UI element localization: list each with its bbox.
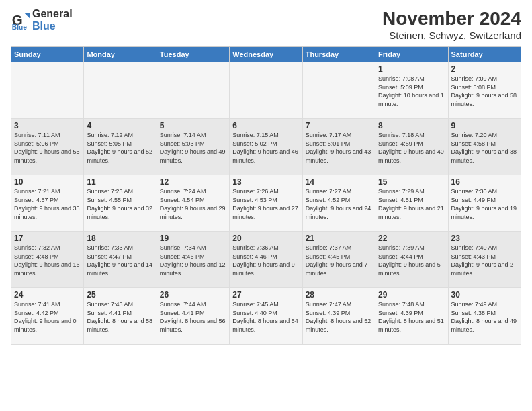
calendar-cell: 12Sunrise: 7:24 AM Sunset: 4:54 PM Dayli… xyxy=(157,175,229,232)
calendar-week-row: 10Sunrise: 7:21 AM Sunset: 4:57 PM Dayli… xyxy=(11,175,521,232)
calendar-week-row: 17Sunrise: 7:32 AM Sunset: 4:48 PM Dayli… xyxy=(11,232,521,288)
day-number: 24 xyxy=(14,290,81,300)
day-info: Sunrise: 7:45 AM Sunset: 4:40 PM Dayligh… xyxy=(232,300,299,334)
calendar-cell: 14Sunrise: 7:27 AM Sunset: 4:52 PM Dayli… xyxy=(302,175,375,232)
day-number: 20 xyxy=(232,234,299,243)
logo-general: General xyxy=(32,8,73,20)
day-number: 5 xyxy=(160,121,226,130)
calendar-cell: 24Sunrise: 7:41 AM Sunset: 4:42 PM Dayli… xyxy=(11,288,84,345)
day-number: 12 xyxy=(160,177,226,187)
day-number: 22 xyxy=(378,234,445,243)
calendar-cell: 2Sunrise: 7:09 AM Sunset: 5:08 PM Daylig… xyxy=(448,62,521,119)
calendar-cell: 18Sunrise: 7:33 AM Sunset: 4:47 PM Dayli… xyxy=(84,232,157,288)
day-number: 4 xyxy=(87,121,153,130)
subtitle: Steinen, Schwyz, Switzerland xyxy=(382,30,521,41)
calendar-week-row: 3Sunrise: 7:11 AM Sunset: 5:06 PM Daylig… xyxy=(11,119,521,175)
day-info: Sunrise: 7:08 AM Sunset: 5:09 PM Dayligh… xyxy=(378,75,445,108)
day-info: Sunrise: 7:26 AM Sunset: 4:53 PM Dayligh… xyxy=(232,187,299,221)
day-info: Sunrise: 7:14 AM Sunset: 5:03 PM Dayligh… xyxy=(160,131,226,165)
day-info: Sunrise: 7:09 AM Sunset: 5:08 PM Dayligh… xyxy=(451,75,518,108)
day-info: Sunrise: 7:23 AM Sunset: 4:55 PM Dayligh… xyxy=(87,187,153,221)
calendar-cell: 29Sunrise: 7:48 AM Sunset: 4:39 PM Dayli… xyxy=(375,288,448,345)
day-info: Sunrise: 7:34 AM Sunset: 4:46 PM Dayligh… xyxy=(160,244,226,277)
day-number: 18 xyxy=(87,234,153,243)
day-info: Sunrise: 7:12 AM Sunset: 5:05 PM Dayligh… xyxy=(87,131,153,165)
day-info: Sunrise: 7:48 AM Sunset: 4:39 PM Dayligh… xyxy=(378,300,445,334)
day-number: 3 xyxy=(14,121,81,130)
calendar-cell: 7Sunrise: 7:17 AM Sunset: 5:01 PM Daylig… xyxy=(302,119,375,175)
calendar-cell: 10Sunrise: 7:21 AM Sunset: 4:57 PM Dayli… xyxy=(11,175,84,232)
day-info: Sunrise: 7:32 AM Sunset: 4:48 PM Dayligh… xyxy=(14,244,81,277)
calendar-cell: 27Sunrise: 7:45 AM Sunset: 4:40 PM Dayli… xyxy=(230,288,302,345)
day-number: 8 xyxy=(378,121,445,130)
day-info: Sunrise: 7:20 AM Sunset: 4:58 PM Dayligh… xyxy=(451,131,518,165)
calendar-week-row: 1Sunrise: 7:08 AM Sunset: 5:09 PM Daylig… xyxy=(11,62,521,119)
day-number: 25 xyxy=(87,290,153,300)
day-info: Sunrise: 7:40 AM Sunset: 4:43 PM Dayligh… xyxy=(451,244,518,277)
calendar-table: SundayMondayTuesdayWednesdayThursdayFrid… xyxy=(11,46,521,345)
logo-blue: Blue xyxy=(32,20,73,32)
calendar-cell xyxy=(84,62,157,119)
calendar-cell xyxy=(230,62,302,119)
svg-text:Blue: Blue xyxy=(12,24,28,30)
calendar-header-cell: Friday xyxy=(375,47,448,62)
calendar-cell: 3Sunrise: 7:11 AM Sunset: 5:06 PM Daylig… xyxy=(11,119,84,175)
calendar-cell xyxy=(11,62,84,119)
day-number: 9 xyxy=(451,121,518,130)
calendar-header-cell: Sunday xyxy=(11,47,84,62)
day-info: Sunrise: 7:17 AM Sunset: 5:01 PM Dayligh… xyxy=(306,131,372,165)
day-info: Sunrise: 7:47 AM Sunset: 4:39 PM Dayligh… xyxy=(306,300,372,334)
day-info: Sunrise: 7:30 AM Sunset: 4:49 PM Dayligh… xyxy=(451,187,518,221)
calendar-header-cell: Tuesday xyxy=(157,47,229,62)
day-number: 10 xyxy=(14,177,81,187)
day-info: Sunrise: 7:33 AM Sunset: 4:47 PM Dayligh… xyxy=(87,244,153,277)
calendar-cell: 26Sunrise: 7:44 AM Sunset: 4:41 PM Dayli… xyxy=(157,288,229,345)
calendar-cell: 4Sunrise: 7:12 AM Sunset: 5:05 PM Daylig… xyxy=(84,119,157,175)
day-number: 2 xyxy=(451,64,518,74)
day-number: 16 xyxy=(451,177,518,187)
day-info: Sunrise: 7:44 AM Sunset: 4:41 PM Dayligh… xyxy=(160,300,226,334)
day-info: Sunrise: 7:43 AM Sunset: 4:41 PM Dayligh… xyxy=(87,300,153,334)
calendar-cell: 19Sunrise: 7:34 AM Sunset: 4:46 PM Dayli… xyxy=(157,232,229,288)
calendar-cell: 23Sunrise: 7:40 AM Sunset: 4:43 PM Dayli… xyxy=(448,232,521,288)
day-info: Sunrise: 7:18 AM Sunset: 4:59 PM Dayligh… xyxy=(378,131,445,165)
calendar-cell xyxy=(157,62,229,119)
calendar-cell: 28Sunrise: 7:47 AM Sunset: 4:39 PM Dayli… xyxy=(302,288,375,345)
calendar-header-cell: Saturday xyxy=(448,47,521,62)
day-number: 30 xyxy=(451,290,518,300)
calendar-cell xyxy=(302,62,375,119)
calendar-week-row: 24Sunrise: 7:41 AM Sunset: 4:42 PM Dayli… xyxy=(11,288,521,345)
svg-marker-1 xyxy=(25,13,30,17)
day-number: 17 xyxy=(14,234,81,243)
title-block: November 2024 Steinen, Schwyz, Switzerla… xyxy=(382,8,521,41)
calendar-cell: 16Sunrise: 7:30 AM Sunset: 4:49 PM Dayli… xyxy=(448,175,521,232)
day-number: 1 xyxy=(378,64,445,74)
day-info: Sunrise: 7:24 AM Sunset: 4:54 PM Dayligh… xyxy=(160,187,226,221)
logo-icon: G Blue xyxy=(11,11,30,30)
calendar-cell: 6Sunrise: 7:15 AM Sunset: 5:02 PM Daylig… xyxy=(230,119,302,175)
day-number: 19 xyxy=(160,234,226,243)
day-info: Sunrise: 7:49 AM Sunset: 4:38 PM Dayligh… xyxy=(451,300,518,334)
calendar-cell: 20Sunrise: 7:36 AM Sunset: 4:46 PM Dayli… xyxy=(230,232,302,288)
day-number: 13 xyxy=(232,177,299,187)
calendar-cell: 9Sunrise: 7:20 AM Sunset: 4:58 PM Daylig… xyxy=(448,119,521,175)
day-info: Sunrise: 7:36 AM Sunset: 4:46 PM Dayligh… xyxy=(232,244,299,277)
day-info: Sunrise: 7:39 AM Sunset: 4:44 PM Dayligh… xyxy=(378,244,445,277)
day-info: Sunrise: 7:41 AM Sunset: 4:42 PM Dayligh… xyxy=(14,300,81,334)
calendar-header-cell: Monday xyxy=(84,47,157,62)
day-number: 29 xyxy=(378,290,445,300)
day-info: Sunrise: 7:37 AM Sunset: 4:45 PM Dayligh… xyxy=(306,244,372,277)
main-title: November 2024 xyxy=(382,8,521,30)
calendar-header: SundayMondayTuesdayWednesdayThursdayFrid… xyxy=(11,47,521,62)
logo: G Blue General Blue xyxy=(11,8,73,32)
calendar-header-cell: Wednesday xyxy=(230,47,302,62)
calendar-cell: 17Sunrise: 7:32 AM Sunset: 4:48 PM Dayli… xyxy=(11,232,84,288)
day-number: 6 xyxy=(232,121,299,130)
calendar-cell: 1Sunrise: 7:08 AM Sunset: 5:09 PM Daylig… xyxy=(375,62,448,119)
day-number: 14 xyxy=(306,177,372,187)
calendar-cell: 11Sunrise: 7:23 AM Sunset: 4:55 PM Dayli… xyxy=(84,175,157,232)
calendar-cell: 21Sunrise: 7:37 AM Sunset: 4:45 PM Dayli… xyxy=(302,232,375,288)
day-info: Sunrise: 7:29 AM Sunset: 4:51 PM Dayligh… xyxy=(378,187,445,221)
day-number: 27 xyxy=(232,290,299,300)
calendar-header-cell: Thursday xyxy=(302,47,375,62)
